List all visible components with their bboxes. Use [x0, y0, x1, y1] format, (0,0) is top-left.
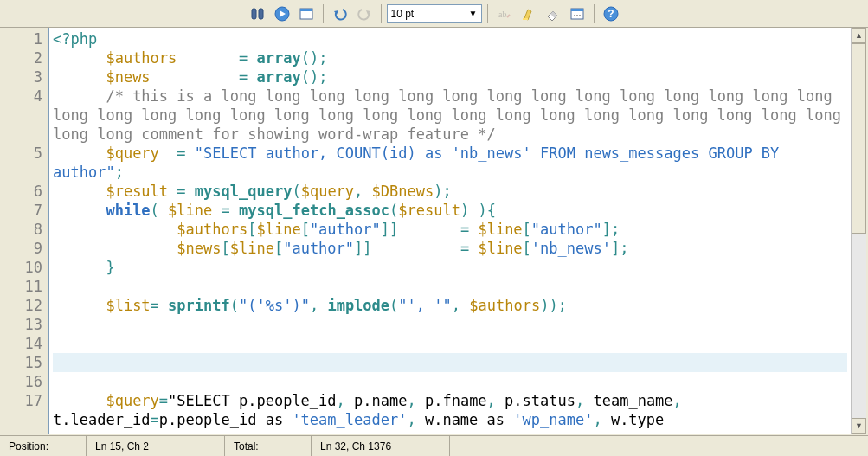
font-size-select[interactable]: 10 pt ▼: [387, 4, 482, 23]
toolbar-separator: [487, 4, 488, 23]
svg-text:ab: ab: [498, 10, 506, 19]
scroll-up-icon[interactable]: ▲: [852, 28, 866, 43]
status-position-label: Position:: [0, 436, 87, 456]
vertical-scrollbar[interactable]: ▲ ▼: [851, 28, 866, 434]
rename-icon: ab: [493, 3, 516, 25]
status-position-value: Ln 15, Ch 2: [87, 436, 225, 456]
svg-rect-6: [523, 18, 528, 20]
code-line[interactable]: while( $line = mysql_fetch_assoc($result…: [53, 201, 847, 220]
code-line[interactable]: $list= sprintf("('%s')", implode("', '",…: [53, 296, 847, 315]
panel-icon[interactable]: [295, 3, 318, 25]
highlight-icon[interactable]: [518, 3, 540, 25]
code-line[interactable]: $result = mysql_query($query, $DBnews);: [53, 182, 847, 201]
toolbar: 10 pt ▼ ab ?: [0, 0, 868, 28]
line-number: 17: [2, 391, 48, 429]
line-number: 9: [2, 239, 48, 258]
code-line[interactable]: [53, 315, 847, 334]
svg-point-11: [579, 15, 581, 16]
status-total-value: Ln 32, Ch 1376: [312, 436, 450, 456]
status-spacer: [450, 436, 868, 456]
code-line[interactable]: $query = "SELECT author, COUNT(id) as 'n…: [53, 144, 847, 182]
line-number: 1: [2, 29, 48, 48]
line-number: 13: [2, 315, 48, 334]
line-number: 11: [2, 277, 48, 296]
svg-rect-8: [571, 9, 583, 11]
help-icon[interactable]: ?: [600, 3, 622, 25]
code-content[interactable]: <?php $authors = array(); $news = array(…: [49, 28, 851, 434]
code-line[interactable]: [53, 353, 847, 372]
svg-point-9: [574, 15, 575, 16]
line-number: 8: [2, 220, 48, 239]
code-line[interactable]: [53, 334, 847, 353]
code-line[interactable]: $authors = array();: [53, 48, 847, 67]
undo-icon[interactable]: [329, 3, 351, 25]
line-number: 7: [2, 201, 48, 220]
line-number: 2: [2, 48, 48, 67]
go-icon[interactable]: [271, 3, 293, 25]
line-number: 10: [2, 258, 48, 277]
toolbar-separator: [594, 4, 595, 23]
code-line[interactable]: /* this is a long long long long long lo…: [53, 87, 847, 144]
redo-icon: [353, 3, 376, 25]
scroll-down-icon[interactable]: ▼: [852, 418, 866, 434]
erase-icon[interactable]: [542, 3, 564, 25]
editor: 1234567891011121314151617 <?php $authors…: [0, 28, 868, 435]
line-number-gutter: 1234567891011121314151617: [2, 28, 49, 434]
scroll-thumb[interactable]: [852, 43, 866, 234]
line-number: 4: [2, 87, 48, 144]
chevron-down-icon: ▼: [469, 9, 478, 18]
svg-rect-4: [300, 9, 312, 11]
code-line[interactable]: }: [53, 258, 847, 277]
line-number: 14: [2, 334, 48, 353]
editor-area[interactable]: 1234567891011121314151617 <?php $authors…: [0, 28, 868, 435]
code-line[interactable]: $authors[$line["author"]] = $line["autho…: [53, 220, 847, 239]
line-number: 3: [2, 67, 48, 87]
toolbar-separator: [323, 4, 324, 23]
line-number: 15: [2, 353, 48, 372]
line-number: 16: [2, 372, 48, 391]
options-icon[interactable]: [566, 3, 588, 25]
line-number: 5: [2, 144, 48, 182]
status-total-label: Total:: [225, 436, 312, 456]
line-number: 6: [2, 182, 48, 201]
code-line[interactable]: $news[$line["author"]] = $line['nb_news'…: [53, 239, 847, 258]
status-bar: Position: Ln 15, Ch 2 Total: Ln 32, Ch 1…: [0, 435, 868, 456]
code-line[interactable]: [53, 372, 847, 391]
find-icon[interactable]: [247, 3, 269, 25]
code-line[interactable]: $news = array();: [53, 67, 847, 87]
font-size-value: 10 pt: [391, 8, 415, 20]
line-number: 12: [2, 296, 48, 315]
svg-point-10: [576, 15, 578, 16]
code-line[interactable]: [53, 277, 847, 296]
svg-text:?: ?: [608, 8, 614, 20]
svg-rect-0: [252, 9, 256, 19]
svg-rect-1: [259, 9, 263, 19]
toolbar-separator: [381, 4, 382, 23]
code-line[interactable]: $query="SELECT p.people_id, p.name, p.fn…: [53, 391, 847, 429]
code-line[interactable]: <?php: [53, 29, 847, 48]
